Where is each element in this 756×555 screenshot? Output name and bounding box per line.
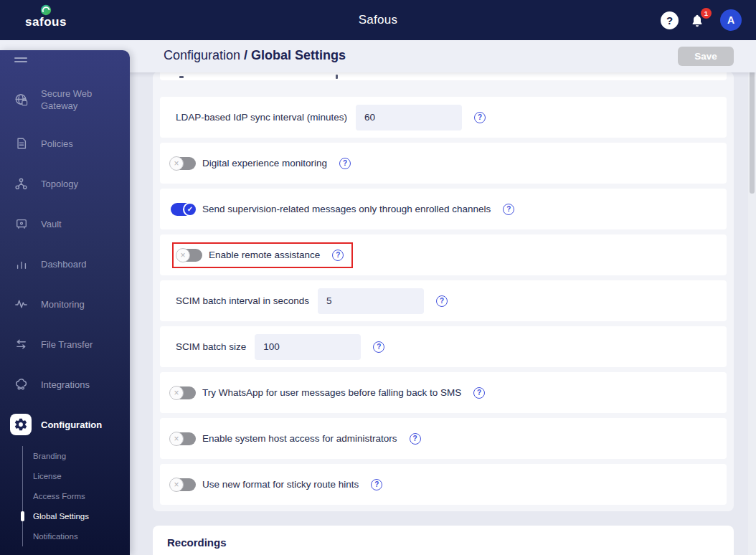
setting-row-ldap-sync-interval: LDAP-based IdP sync interval (minutes) [160,97,727,138]
subnav-item-license[interactable]: License [23,466,130,486]
subnav-item-global-settings[interactable]: Global Settings [23,506,130,526]
avatar[interactable]: A [720,9,742,31]
red-highlight-annotation: Enable remote assistance [172,242,353,268]
setting-label: SCIM batch size [176,341,246,352]
sidebar-item-integrations[interactable]: Integrations [0,364,130,404]
ldap-sync-interval-input[interactable] [356,105,462,131]
toggle-check-icon [183,202,197,217]
setting-row-digital-experience-monitoring: Digital experience monitoring [160,143,727,184]
enable-remote-assistance-toggle[interactable] [177,249,202,262]
setting-label: Try WhatsApp for user messages before fa… [202,387,461,398]
help-icon[interactable] [473,387,485,399]
setting-row-sticky-route-hints: Use new format for sticky route hints [160,464,727,505]
sidebar-nav: Secure Web Gateway Policies Topology [0,76,130,445]
sidebar-item-label: Dashboard [41,258,115,270]
help-icon[interactable] [503,204,514,215]
setting-label: Digital experience monitoring [202,158,327,169]
toggle-x-icon [169,156,184,171]
document-icon [14,137,28,151]
notifications-button[interactable]: 1 [690,11,709,29]
clipped-row [160,72,727,80]
transfer-arrows-icon [14,338,28,351]
sidebar: Secure Web Gateway Policies Topology [0,50,130,555]
toggle-x-icon [169,432,184,446]
scim-batch-size-input[interactable] [255,334,361,360]
recordings-card: Recordings [153,526,734,555]
help-icon[interactable] [474,112,486,123]
subnav-item-label: Access Forms [33,492,85,501]
sidebar-item-dashboard[interactable]: Dashboard [0,244,130,284]
sidebar-item-vault[interactable]: Vault [0,204,130,244]
configuration-subnav: Branding License Access Forms Global Set… [22,446,130,546]
setting-row-whatsapp-fallback: Try WhatsApp for user messages before fa… [160,372,727,413]
breadcrumb-separator: / [244,48,251,62]
vault-icon [14,217,28,231]
subnav-item-label: Branding [33,452,66,460]
breadcrumb: Configuration / Global Settings [164,48,346,63]
setting-row-system-host-access: Enable system host access for administra… [160,418,727,459]
sidebar-item-secure-web-gateway[interactable]: Secure Web Gateway [0,76,130,123]
system-host-access-toggle[interactable] [171,432,196,445]
top-actions: 1 A [661,0,742,40]
scrollbar-thumb[interactable] [750,68,755,194]
toggle-x-icon [169,386,184,400]
sidebar-item-label: Secure Web Gateway [41,87,115,112]
sidebar-item-topology[interactable]: Topology [0,163,130,204]
setting-row-enable-remote-assistance: Enable remote assistance [160,234,727,275]
sidebar-item-label: File Transfer [41,338,115,351]
help-icon[interactable] [332,250,344,261]
recordings-section-title: Recordings [167,536,734,549]
gear-icon [10,414,32,435]
sidebar-item-label: Topology [41,178,115,190]
sidebar-item-file-transfer[interactable]: File Transfer [0,324,130,364]
help-icon[interactable] [410,433,421,445]
sidebar-item-monitoring[interactable]: Monitoring [0,284,130,324]
cloud-integration-icon [14,378,28,392]
bar-chart-icon [14,257,28,271]
help-icon[interactable] [339,158,351,169]
subnav-item-label: Notifications [33,532,78,541]
sidebar-item-configuration[interactable]: Configuration [0,404,130,445]
help-icon[interactable] [373,341,384,353]
supervision-messages-toggle[interactable] [171,203,196,216]
subnav-item-notifications[interactable]: Notifications [23,526,130,546]
subnav-item-branding[interactable]: Branding [23,446,130,466]
toggle-x-icon [169,478,184,492]
subnav-item-label: License [33,472,62,480]
globe-lock-icon [14,93,28,107]
help-icon[interactable] [436,295,448,307]
setting-label: Send supervision-related messages only t… [202,204,491,214]
sidebar-item-label: Monitoring [41,298,115,310]
setting-row-scim-batch-size: SCIM batch size [160,326,727,367]
setting-label: Enable remote assistance [209,250,320,260]
page-title: Safous [0,13,756,27]
sidebar-item-label: Integrations [41,379,115,391]
topology-icon [14,177,28,191]
sticky-route-hints-toggle[interactable] [171,478,196,491]
sidebar-item-label: Policies [41,138,115,150]
save-button[interactable]: Save [678,47,734,66]
setting-row-scim-batch-interval: SCIM batch interval in seconds [160,280,727,321]
breadcrumb-parent[interactable]: Configuration [164,48,244,62]
whatsapp-fallback-toggle[interactable] [171,386,196,399]
setting-label: LDAP-based IdP sync interval (minutes) [176,112,347,123]
digital-experience-monitoring-toggle[interactable] [171,157,196,170]
setting-row-supervision-messages: Send supervision-related messages only t… [160,189,727,229]
toggle-x-icon [176,248,190,262]
setting-label: Enable system host access for administra… [202,433,397,444]
setting-label: Use new format for sticky route hints [202,479,359,490]
global-settings-card: LDAP-based IdP sync interval (minutes) D… [153,72,734,511]
sidebar-item-policies[interactable]: Policies [0,123,130,163]
activity-icon [14,298,28,311]
scrollbar-track[interactable] [748,40,756,555]
top-bar: safous Safous 1 A [0,0,756,40]
menu-toggle-icon[interactable] [14,57,29,66]
help-icon[interactable] [371,479,382,490]
sidebar-item-label: Vault [41,218,115,230]
setting-label: SCIM batch interval in seconds [176,295,309,306]
help-icon[interactable] [661,11,679,29]
breadcrumb-current: Global Settings [251,48,346,62]
sidebar-item-label: Configuration [41,419,115,431]
scim-batch-interval-input[interactable] [318,288,424,314]
subnav-item-access-forms[interactable]: Access Forms [23,486,130,506]
